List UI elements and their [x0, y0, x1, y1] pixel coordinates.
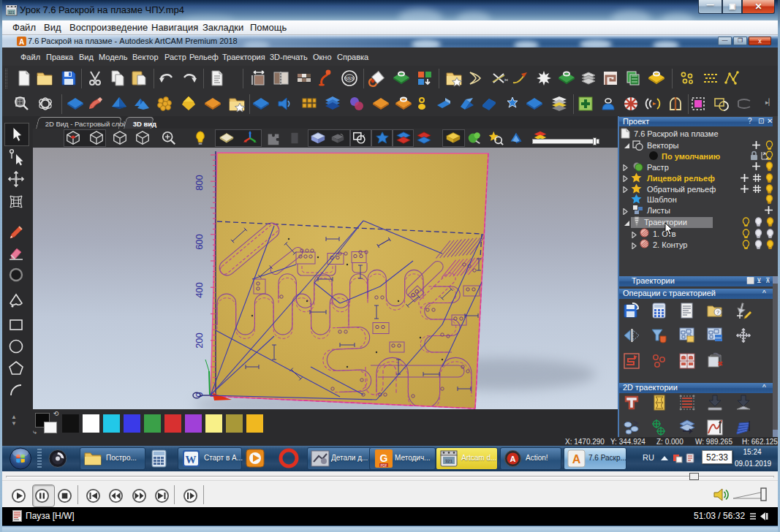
svg-text:SSS: SSS: [344, 76, 355, 81]
svg-text:321: 321: [445, 459, 453, 463]
svg-text:A: A: [572, 453, 581, 466]
svg-text:G: G: [380, 452, 388, 464]
svg-text:321: 321: [8, 10, 15, 15]
svg-text:A: A: [19, 38, 24, 46]
svg-text:A: A: [510, 455, 516, 463]
svg-text:800: 800: [194, 175, 205, 191]
svg-text:600: 600: [194, 234, 205, 250]
svg-text:✂: ✂: [504, 77, 508, 83]
svg-text:PDF: PDF: [381, 464, 387, 468]
svg-text:?: ?: [716, 309, 720, 316]
svg-text:W: W: [186, 454, 197, 466]
svg-text:200: 200: [194, 332, 205, 349]
svg-text:400: 400: [194, 282, 205, 298]
